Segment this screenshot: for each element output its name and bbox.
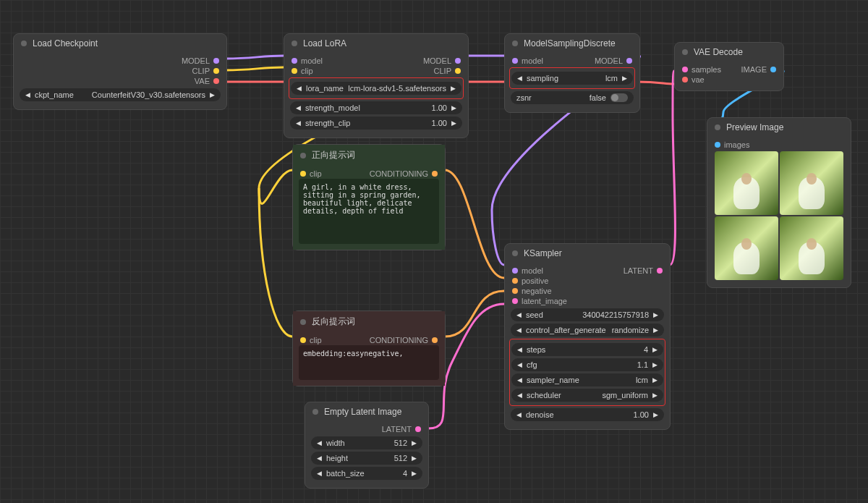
seed-widget[interactable]: ◀seed340042215757918▶: [511, 308, 664, 321]
node-load-lora[interactable]: Load LoRA modelMODEL clipCLIP ◀lora_name…: [284, 33, 469, 138]
sampling-widget[interactable]: ◀samplinglcm▶: [511, 72, 633, 85]
zsnr-widget[interactable]: zsnrfalse: [511, 91, 634, 104]
scheduler-widget[interactable]: ◀schedulersgm_uniform▶: [511, 389, 663, 402]
node-title: Load LoRA: [303, 38, 346, 48]
width-widget[interactable]: ◀width512▶: [311, 436, 422, 449]
arrow-left-icon[interactable]: ◀: [25, 91, 30, 98]
strength-clip-widget[interactable]: ◀strength_clip1.00▶: [290, 117, 462, 130]
port-clip-out[interactable]: [213, 68, 219, 74]
toggle-icon[interactable]: [610, 93, 628, 102]
collapse-icon[interactable]: [300, 153, 306, 158]
port-model-out[interactable]: [213, 58, 219, 64]
node-title: 正向提示词: [312, 149, 355, 161]
port-model-in[interactable]: [512, 58, 518, 64]
highlight-lora-name: ◀lora_namelcm-lora-sdv1-5.safetensors▶: [289, 77, 464, 99]
port-latent-out[interactable]: [657, 268, 663, 274]
node-header[interactable]: 反向提示词: [293, 311, 445, 332]
sampler-widget[interactable]: ◀sampler_namelcm▶: [511, 373, 663, 386]
node-header[interactable]: Empty Latent Image: [305, 402, 428, 421]
port-clip-out[interactable]: [455, 68, 461, 74]
node-title: Preview Image: [726, 122, 783, 132]
port-latent-out[interactable]: [415, 426, 421, 432]
ckpt-name-widget[interactable]: ◀ckpt_nameCounterfeitV30_v30.safetensors…: [20, 88, 221, 101]
port-vae-in[interactable]: [682, 77, 688, 83]
node-vae-decode[interactable]: VAE Decode samplesIMAGE vae: [674, 42, 784, 91]
collapse-icon[interactable]: [512, 250, 518, 256]
port-conditioning-out[interactable]: [432, 337, 438, 343]
steps-widget[interactable]: ◀steps4▶: [511, 343, 663, 356]
collapse-icon[interactable]: [715, 124, 720, 130]
node-title: 反向提示词: [312, 316, 355, 328]
preview-thumbnail[interactable]: [780, 216, 843, 280]
port-negative-in[interactable]: [512, 288, 518, 294]
preview-thumbnail[interactable]: [780, 151, 843, 215]
strength-model-widget[interactable]: ◀strength_model1.00▶: [290, 101, 462, 114]
batch-widget[interactable]: ◀batch_size4▶: [311, 467, 422, 480]
node-header[interactable]: Load LoRA: [284, 34, 468, 53]
port-clip-in[interactable]: [300, 337, 306, 343]
node-empty-latent[interactable]: Empty Latent Image LATENT ◀width512▶ ◀he…: [305, 402, 429, 489]
port-model-in[interactable]: [292, 58, 297, 64]
port-model-in[interactable]: [512, 268, 518, 274]
node-header[interactable]: KSampler: [505, 244, 670, 263]
node-ksampler[interactable]: KSampler modelLATENT positive negative l…: [504, 243, 671, 430]
port-model-out[interactable]: [455, 58, 461, 64]
lora-name-widget[interactable]: ◀lora_namelcm-lora-sdv1-5.safetensors▶: [291, 82, 461, 95]
height-widget[interactable]: ◀height512▶: [311, 452, 422, 465]
highlight-sampling: ◀samplinglcm▶: [509, 67, 635, 89]
preview-thumbnail[interactable]: [715, 151, 778, 215]
out-clip: CLIP: [192, 67, 210, 75]
control-widget[interactable]: ◀control_after_generaterandomize▶: [511, 324, 664, 337]
cfg-widget[interactable]: ◀cfg1.1▶: [511, 358, 663, 371]
port-model-out[interactable]: [626, 58, 632, 64]
highlight-ksampler-params: ◀steps4▶ ◀cfg1.1▶ ◀sampler_namelcm▶ ◀sch…: [509, 339, 665, 406]
collapse-icon[interactable]: [21, 41, 27, 46]
node-title: VAE Decode: [694, 47, 743, 57]
collapse-icon[interactable]: [300, 319, 306, 325]
node-header[interactable]: Preview Image: [707, 118, 851, 137]
node-model-sampling[interactable]: ModelSamplingDiscrete modelMODEL ◀sampli…: [504, 33, 640, 113]
preview-grid: [713, 150, 845, 282]
node-title: Empty Latent Image: [324, 407, 401, 417]
port-vae-out[interactable]: [213, 78, 219, 84]
node-title: KSampler: [524, 248, 562, 258]
node-title: ModelSamplingDiscrete: [524, 38, 616, 48]
collapse-icon[interactable]: [512, 41, 518, 46]
prompt-textarea[interactable]: embedding:easynegative,: [299, 345, 439, 380]
node-title: Load Checkpoint: [33, 38, 98, 48]
port-clip-in[interactable]: [300, 171, 306, 177]
port-conditioning-out[interactable]: [432, 171, 438, 177]
port-images-in[interactable]: [715, 142, 720, 148]
node-preview-image[interactable]: Preview Image images: [707, 117, 851, 288]
port-positive-in[interactable]: [512, 278, 518, 284]
node-header[interactable]: 正向提示词: [293, 145, 445, 166]
denoise-widget[interactable]: ◀denoise1.00▶: [511, 408, 664, 421]
out-vae: VAE: [195, 77, 210, 85]
node-load-checkpoint[interactable]: Load Checkpoint MODEL CLIP VAE ◀ckpt_nam…: [13, 33, 227, 110]
node-header[interactable]: VAE Decode: [675, 43, 783, 62]
collapse-icon[interactable]: [292, 41, 297, 46]
arrow-left-icon[interactable]: ◀: [297, 85, 302, 92]
node-header[interactable]: ModelSamplingDiscrete: [505, 34, 639, 53]
out-model: MODEL: [182, 56, 210, 65]
preview-thumbnail[interactable]: [715, 216, 778, 280]
collapse-icon[interactable]: [312, 409, 318, 415]
node-positive-prompt[interactable]: 正向提示词 clipCONDITIONING A girl, in a whit…: [292, 144, 446, 250]
arrow-right-icon[interactable]: ▶: [210, 91, 215, 98]
node-header[interactable]: Load Checkpoint: [14, 34, 226, 53]
port-image-out[interactable]: [770, 67, 776, 72]
port-clip-in[interactable]: [292, 68, 297, 74]
collapse-icon[interactable]: [682, 49, 688, 55]
port-latent-in[interactable]: [512, 298, 518, 304]
node-negative-prompt[interactable]: 反向提示词 clipCONDITIONING embedding:easyneg…: [292, 310, 446, 386]
port-samples-in[interactable]: [682, 67, 688, 72]
prompt-textarea[interactable]: A girl, in a white dress, sitting in a s…: [299, 179, 439, 244]
arrow-right-icon[interactable]: ▶: [451, 85, 456, 92]
